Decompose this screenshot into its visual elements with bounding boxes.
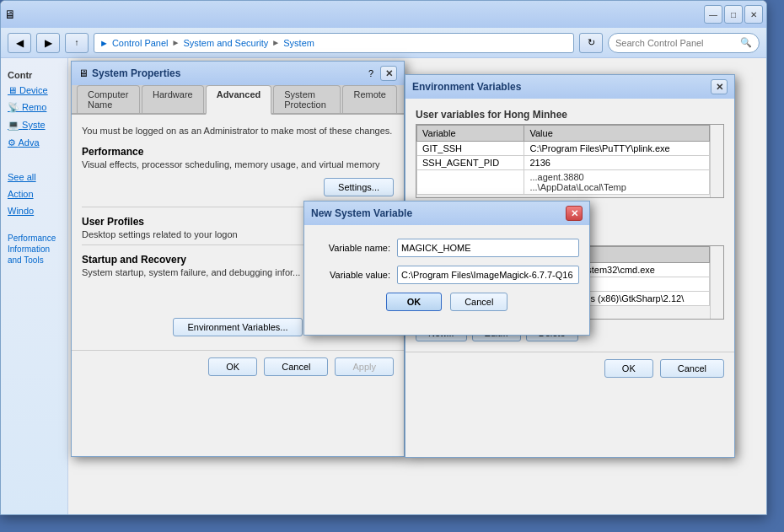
sidebar-item-remote[interactable]: 📡 Remo bbox=[1, 99, 67, 116]
sys-props-footer: OK Cancel Apply bbox=[72, 350, 404, 383]
new-var-titlebar: New System Variable ✕ bbox=[304, 202, 589, 225]
tab-bar: Computer Name Hardware Advanced System P… bbox=[72, 85, 404, 115]
sidebar: Contr 🖥 Device 📡 Remo 💻 Syste ⚙ Adva See… bbox=[1, 58, 68, 514]
sys-props-titlebar: 🖥 System Properties ? ✕ bbox=[72, 62, 404, 85]
up-button[interactable]: ↑ bbox=[65, 33, 89, 53]
sidebar-see-all[interactable]: See all bbox=[1, 169, 67, 185]
performance-settings-btn[interactable]: Settings... bbox=[324, 178, 394, 196]
new-var-close-btn[interactable]: ✕ bbox=[566, 206, 583, 221]
sidebar-action[interactable]: Action bbox=[1, 185, 67, 202]
user-vars-table: Variable Value GIT_SSH C:\Program Files\… bbox=[416, 125, 710, 195]
sys-props-close-btn[interactable]: ✕ bbox=[380, 66, 397, 81]
sys-props-title: System Properties bbox=[92, 67, 365, 79]
search-input[interactable] bbox=[615, 38, 737, 48]
new-var-ok-btn[interactable]: OK bbox=[386, 293, 443, 311]
variable-name-input[interactable] bbox=[397, 239, 579, 257]
sys-props-icon: 🖥 bbox=[78, 67, 89, 79]
sys-props-ok-btn[interactable]: OK bbox=[208, 357, 257, 376]
sys-props-cancel-btn[interactable]: Cancel bbox=[264, 357, 328, 376]
refresh-button[interactable]: ↻ bbox=[579, 33, 603, 53]
user-vars-label: User variables for Hong Minhee bbox=[416, 109, 724, 121]
close-button[interactable]: ✕ bbox=[744, 5, 763, 24]
sidebar-item-advanced-label: Adva bbox=[18, 137, 39, 148]
tab-computer-name[interactable]: Computer Name bbox=[77, 85, 140, 113]
new-system-variable-dialog: New System Variable ✕ Variable name: Var… bbox=[303, 201, 590, 336]
sidebar-windo[interactable]: Windo bbox=[1, 202, 67, 219]
user-var-row-ssh-agent[interactable]: SSH_AGENT_PID 2136 bbox=[417, 156, 710, 170]
system-icon: 💻 bbox=[8, 120, 19, 130]
sidebar-item-remote-label: Remo bbox=[22, 102, 46, 112]
new-var-buttons: OK Cancel bbox=[314, 293, 579, 311]
user-var-row-temp[interactable]: ...agent.3880...\AppData\Local\Temp bbox=[417, 170, 710, 195]
new-var-body: Variable name: Variable value: OK Cancel bbox=[304, 225, 589, 320]
separator-1: ► bbox=[172, 38, 180, 47]
explorer-toolbar: ◀ ▶ ↑ ► Control Panel ► System and Secur… bbox=[1, 28, 766, 58]
env-vars-close-btn[interactable]: ✕ bbox=[711, 79, 728, 94]
env-vars-titlebar: Environment Variables ✕ bbox=[405, 75, 734, 99]
advanced-icon: ⚙ bbox=[8, 137, 16, 148]
breadcrumb-system[interactable]: System bbox=[283, 38, 314, 48]
search-box[interactable]: 🔍 bbox=[608, 33, 760, 53]
user-var-row-git-ssh[interactable]: GIT_SSH C:\Program Files\PuTTY\plink.exe bbox=[417, 142, 710, 156]
admin-note: You must be logged on as an Administrato… bbox=[82, 125, 394, 137]
remote-icon: 📡 bbox=[8, 102, 19, 112]
env-vars-cancel-btn[interactable]: Cancel bbox=[660, 359, 724, 378]
sidebar-perf-link[interactable]: Performance Information and Tools bbox=[8, 233, 61, 266]
env-vars-footer: OK Cancel bbox=[405, 352, 734, 384]
variable-value-row: Variable value: bbox=[314, 266, 579, 284]
new-var-title: New System Variable bbox=[311, 207, 562, 219]
performance-label: Performance bbox=[82, 146, 394, 158]
variable-name-label: Variable name: bbox=[314, 243, 390, 253]
sidebar-item-device-label: Device bbox=[19, 85, 48, 95]
search-icon: 🔍 bbox=[740, 37, 752, 48]
performance-text: Visual effects, processor scheduling, me… bbox=[82, 159, 394, 169]
user-vars-scrollbar[interactable] bbox=[710, 125, 723, 197]
variable-name-row: Variable name: bbox=[314, 239, 579, 257]
sidebar-item-advanced[interactable]: ⚙ Adva bbox=[1, 134, 67, 152]
explorer-titlebar: 🖥 — □ ✕ bbox=[1, 1, 766, 28]
sidebar-item-system[interactable]: 💻 Syste bbox=[1, 116, 67, 134]
sys-props-apply-btn[interactable]: Apply bbox=[335, 357, 394, 376]
user-var-col-variable: Variable bbox=[417, 126, 524, 142]
breadcrumb-home: ► bbox=[99, 38, 109, 48]
breadcrumb-control-panel[interactable]: Control Panel bbox=[112, 38, 169, 48]
address-bar[interactable]: ► Control Panel ► System and Security ► … bbox=[94, 33, 574, 53]
tab-advanced[interactable]: Advanced bbox=[206, 85, 272, 115]
sys-props-help-btn[interactable]: ? bbox=[368, 68, 373, 78]
sys-vars-scrollbar[interactable] bbox=[710, 246, 723, 319]
variable-value-input[interactable] bbox=[397, 266, 579, 284]
env-vars-title: Environment Variables bbox=[412, 81, 707, 93]
back-button[interactable]: ◀ bbox=[8, 33, 31, 53]
maximize-button[interactable]: □ bbox=[724, 5, 743, 24]
variable-value-label: Variable value: bbox=[314, 270, 390, 280]
tab-remote[interactable]: Remote bbox=[342, 85, 397, 113]
device-icon: 🖥 bbox=[8, 85, 17, 95]
explorer-icon: 🖥 bbox=[4, 8, 16, 21]
sidebar-item-device[interactable]: 🖥 Device bbox=[1, 82, 67, 99]
sidebar-item-system-label: Syste bbox=[22, 120, 46, 130]
separator-2: ► bbox=[271, 38, 280, 47]
sidebar-header: Contr bbox=[1, 65, 67, 82]
user-var-col-value: Value bbox=[524, 126, 710, 142]
minimize-button[interactable]: — bbox=[704, 5, 722, 24]
forward-button[interactable]: ▶ bbox=[36, 33, 60, 53]
env-vars-btn[interactable]: Environment Variables... bbox=[173, 318, 302, 336]
breadcrumb-system-security[interactable]: System and Security bbox=[183, 38, 268, 48]
env-vars-ok-btn[interactable]: OK bbox=[604, 359, 653, 378]
tab-hardware[interactable]: Hardware bbox=[142, 85, 204, 113]
new-var-cancel-btn[interactable]: Cancel bbox=[450, 293, 507, 311]
tab-system-protection[interactable]: System Protection bbox=[273, 85, 341, 113]
